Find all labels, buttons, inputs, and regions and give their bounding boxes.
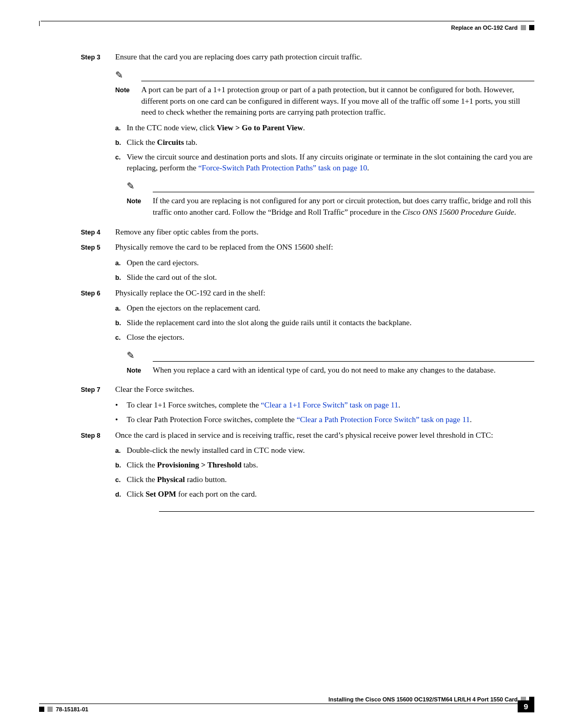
- footer-box-icon: [39, 707, 44, 712]
- list-item: c. Close the ejectors.: [115, 332, 534, 343]
- corner-tick: [39, 21, 40, 26]
- page-number: 9: [518, 700, 534, 712]
- link-force-switch[interactable]: “Force-Switch Path Protection Paths” tas…: [198, 164, 367, 172]
- list-item: d. Click Set OPM for each port on the ca…: [115, 489, 534, 500]
- list-text: Open the card ejectors.: [127, 257, 534, 269]
- note-row: Note A port can be part of a 1+1 protect…: [115, 84, 534, 118]
- step-text: Remove any fiber optic cables from the p…: [115, 227, 534, 238]
- footer-title-row: Installing the Cisco ONS 15600 OC192/STM…: [39, 696, 534, 702]
- list-text: Close the ejectors.: [127, 332, 534, 343]
- pencil-icon: ✎: [127, 181, 534, 191]
- footer-row: 78-15181-01: [39, 706, 534, 712]
- header-section-title: Replace an OC-192 Card: [451, 24, 518, 31]
- list-text: Slide the replacement card into the slot…: [127, 317, 534, 329]
- page: Replace an OC-192 Card Step 3 Ensure tha…: [0, 0, 563, 728]
- note-block: ✎ Note If the card you are replacing is …: [127, 181, 534, 218]
- step-label: Step 5: [81, 242, 115, 253]
- list-item: a. Open the ejectors on the replacement …: [115, 303, 534, 314]
- bullet-icon: •: [115, 400, 127, 411]
- list-text: Click the Physical radio button.: [127, 474, 534, 486]
- note-text: If the card you are replacing is not con…: [153, 195, 534, 218]
- header-section: Replace an OC-192 Card: [39, 24, 534, 31]
- list-text: Click Set OPM for each port on the card.: [127, 489, 534, 500]
- note-text: A port can be part of a 1+1 protection g…: [141, 84, 534, 118]
- list-item: b. Slide the card out of the slot.: [115, 272, 534, 283]
- list-text: Slide the card out of the slot.: [127, 272, 534, 283]
- list-text: Click the Provisioning > Threshold tabs.: [127, 460, 534, 471]
- step-text: Clear the Force switches.: [115, 384, 534, 396]
- header-rule: [41, 21, 534, 21]
- list-marker: b.: [115, 460, 127, 471]
- note-label: Note: [115, 84, 141, 118]
- step-8: Step 8 Once the card is placed in servic…: [81, 430, 534, 441]
- header-box-icon: [529, 25, 534, 30]
- list-marker: d.: [115, 489, 127, 500]
- footer: Installing the Cisco ONS 15600 OC192/STM…: [39, 696, 534, 712]
- pencil-icon: ✎: [127, 351, 534, 360]
- list-marker: b.: [115, 137, 127, 149]
- footer-rule: [39, 704, 534, 704]
- step-label: Step 6: [81, 288, 115, 299]
- sub-list: a. Open the card ejectors. b. Slide the …: [115, 257, 534, 283]
- list-text: View the circuit source and destination …: [127, 152, 534, 175]
- footer-left: 78-15181-01: [39, 706, 88, 712]
- footer-box-icon: [47, 707, 53, 712]
- note-row: Note When you replace a card with an ide…: [127, 365, 534, 376]
- step-text: Physically replace the OC-192 card in th…: [115, 288, 534, 299]
- list-marker: a.: [115, 445, 127, 456]
- list-item: c. Click the Physical radio button.: [115, 474, 534, 486]
- list-text: To clear 1+1 Force switches, complete th…: [127, 400, 534, 411]
- list-text: To clear Path Protection Force switches,…: [127, 414, 534, 426]
- list-text: Open the ejectors on the replacement car…: [127, 303, 534, 314]
- step-5: Step 5 Physically remove the card to be …: [81, 242, 534, 253]
- content-area: Step 3 Ensure that the card you are repl…: [39, 52, 534, 512]
- sub-list: a. Double-click the newly installed card…: [115, 445, 534, 500]
- note-rule: [153, 192, 534, 192]
- list-marker: a.: [115, 257, 127, 269]
- step-6: Step 6 Physically replace the OC-192 car…: [81, 288, 534, 299]
- list-item: c. View the circuit source and destinati…: [115, 152, 534, 175]
- list-marker: b.: [115, 272, 127, 283]
- list-item: • To clear Path Protection Force switche…: [115, 414, 534, 426]
- list-item: • To clear 1+1 Force switches, complete …: [115, 400, 534, 411]
- sub-list: a. In the CTC node view, click View > Go…: [115, 122, 534, 174]
- step-4: Step 4 Remove any fiber optic cables fro…: [81, 227, 534, 238]
- list-item: a. In the CTC node view, click View > Go…: [115, 122, 534, 134]
- link-clear-path-protection[interactable]: “Clear a Path Protection Force Switch” t…: [297, 415, 470, 424]
- step-text: Once the card is placed in service and i…: [115, 430, 534, 441]
- bullet-icon: •: [115, 414, 127, 426]
- step-label: Step 4: [81, 227, 115, 238]
- list-marker: c.: [115, 152, 127, 175]
- link-clear-1plus1[interactable]: “Clear a 1+1 Force Switch” task on page …: [261, 401, 398, 409]
- pencil-icon: ✎: [115, 70, 534, 80]
- list-item: b. Click the Provisioning > Threshold ta…: [115, 460, 534, 471]
- note-text: When you replace a card with an identica…: [153, 365, 534, 376]
- step-label: Step 3: [81, 52, 115, 63]
- footer-title: Installing the Cisco ONS 15600 OC192/STM…: [328, 696, 518, 702]
- list-marker: b.: [115, 317, 127, 329]
- list-marker: a.: [115, 303, 127, 314]
- list-text: In the CTC node view, click View > Go to…: [127, 122, 534, 134]
- note-rule: [153, 361, 534, 362]
- step-label: Step 7: [81, 384, 115, 396]
- step-text: Ensure that the card you are replacing d…: [115, 52, 534, 63]
- step-3: Step 3 Ensure that the card you are repl…: [81, 52, 534, 63]
- list-item: b. Slide the replacement card into the s…: [115, 317, 534, 329]
- note-label: Note: [127, 195, 153, 218]
- note-block: ✎ Note When you replace a card with an i…: [127, 351, 534, 376]
- list-item: a. Open the card ejectors.: [115, 257, 534, 269]
- list-marker: c.: [115, 332, 127, 343]
- step-label: Step 8: [81, 430, 115, 441]
- list-item: a. Double-click the newly installed card…: [115, 445, 534, 456]
- sub-list: • To clear 1+1 Force switches, complete …: [115, 400, 534, 426]
- step-text: Physically remove the card to be replace…: [115, 242, 534, 253]
- note-label: Note: [127, 365, 153, 376]
- note-rule: [141, 81, 534, 81]
- end-rule: [159, 511, 534, 512]
- note-block: ✎ Note A port can be part of a 1+1 prote…: [115, 70, 534, 118]
- footer-docnum: 78-15181-01: [56, 706, 88, 712]
- note-row: Note If the card you are replacing is no…: [127, 195, 534, 218]
- list-item: b. Click the Circuits tab.: [115, 137, 534, 149]
- list-marker: a.: [115, 122, 127, 134]
- list-text: Click the Circuits tab.: [127, 137, 534, 149]
